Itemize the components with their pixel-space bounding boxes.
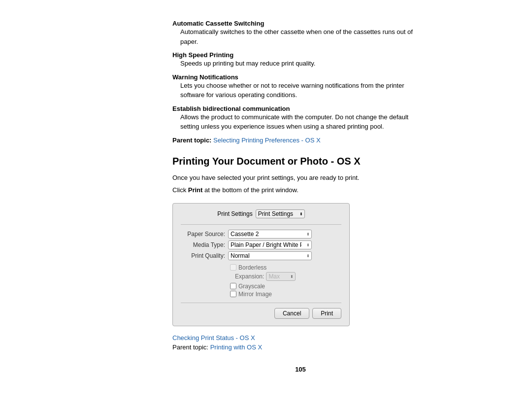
paper-source-label: Paper Source: <box>181 231 225 238</box>
grayscale-label: Grayscale <box>238 283 265 290</box>
section-title-warning: Warning Notifications <box>172 73 429 81</box>
checking-print-status-link[interactable]: Checking Print Status - OS X <box>172 334 255 342</box>
main-heading: Printing Your Document or Photo - OS X <box>172 156 429 167</box>
paper-source-select-wrapper[interactable]: Cassette 2 <box>228 230 312 239</box>
section-desc-high-speed: Speeds up printing but may reduce print … <box>180 59 429 68</box>
buttons-row: Cancel Print <box>181 308 341 319</box>
header-select-wrapper[interactable]: Print Settings <box>256 209 305 218</box>
print-quality-label: Print Quality: <box>181 252 225 259</box>
header-label: Print Settings <box>217 210 252 217</box>
mirror-image-checkbox[interactable] <box>230 291 236 297</box>
media-type-select[interactable]: Plain Paper / Bright White Paper <box>228 240 312 249</box>
parent-topic-1-label: Parent topic: <box>172 137 211 144</box>
print-window-mockup: Print Settings Print Settings Paper Sour… <box>172 203 350 326</box>
section-title-high-speed: High Speed Printing <box>172 51 429 59</box>
borderless-checkbox[interactable] <box>230 264 236 271</box>
grayscale-row: Grayscale <box>230 283 341 290</box>
intro-text-1: Once you have selected your print settin… <box>172 173 429 183</box>
section-high-speed: High Speed Printing Speeds up printing b… <box>172 51 429 68</box>
section-warning: Warning Notifications Lets you choose wh… <box>172 73 429 100</box>
intro-text-2: Click Print at the bottom of the print w… <box>172 185 429 195</box>
parent-topic-2-link[interactable]: Printing with OS X <box>210 343 263 351</box>
parent-topic-2-label: Parent topic: <box>172 343 208 351</box>
borderless-row: Borderless <box>230 264 341 271</box>
print-quality-select[interactable]: Normal <box>228 251 312 260</box>
expansion-select[interactable]: Max <box>266 272 296 281</box>
print-window-header: Print Settings Print Settings <box>181 209 341 218</box>
print-quality-row: Print Quality: Normal <box>181 251 341 260</box>
media-type-label: Media Type: <box>181 241 225 248</box>
mirror-image-label: Mirror Image <box>238 291 272 298</box>
expansion-row: Expansion: Max <box>235 272 341 281</box>
cancel-button[interactable]: Cancel <box>274 308 309 319</box>
options-section: Borderless Expansion: Max Grayscale Mirr… <box>181 264 341 298</box>
checking-print-status-link-item: Checking Print Status - OS X <box>172 334 429 342</box>
print-bold: Print <box>188 186 203 194</box>
expansion-select-wrapper[interactable]: Max <box>266 272 296 281</box>
section-title-auto-cassette: Automatic Cassette Switching <box>172 20 429 27</box>
divider-top <box>181 224 341 225</box>
expansion-label: Expansion: <box>235 273 264 280</box>
parent-topic-1-link[interactable]: Selecting Printing Preferences - OS X <box>213 137 321 144</box>
section-auto-cassette: Automatic Cassette Switching Automatical… <box>172 20 429 46</box>
print-button[interactable]: Print <box>312 308 341 319</box>
borderless-label: Borderless <box>238 264 266 271</box>
mirror-image-row: Mirror Image <box>230 291 341 298</box>
parent-topic-1: Parent topic: Selecting Printing Prefere… <box>172 137 429 144</box>
media-type-row: Media Type: Plain Paper / Bright White P… <box>181 240 341 249</box>
grayscale-checkbox[interactable] <box>230 283 236 289</box>
bottom-links: Checking Print Status - OS X Parent topi… <box>172 334 429 351</box>
page-number: 105 <box>172 366 429 373</box>
section-title-bidirectional: Establish bidirectional communication <box>172 105 429 112</box>
paper-source-row: Paper Source: Cassette 2 <box>181 230 341 239</box>
header-select[interactable]: Print Settings <box>256 209 305 218</box>
media-type-select-wrapper[interactable]: Plain Paper / Bright White Paper <box>228 240 312 249</box>
section-desc-warning: Lets you choose whether or not to receiv… <box>180 81 429 100</box>
parent-topic-2-item: Parent topic: Printing with OS X <box>172 343 429 351</box>
section-desc-bidirectional: Allows the product to communicate with t… <box>180 112 429 132</box>
divider-bottom <box>181 303 341 303</box>
section-bidirectional: Establish bidirectional communication Al… <box>172 105 429 132</box>
print-quality-select-wrapper[interactable]: Normal <box>228 251 312 260</box>
paper-source-select[interactable]: Cassette 2 <box>228 230 312 239</box>
section-desc-auto-cassette: Automatically switches to the other cass… <box>180 27 429 46</box>
